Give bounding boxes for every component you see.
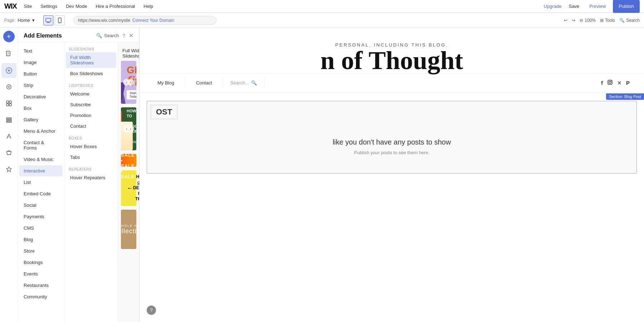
sidebar-item-design[interactable] — [1, 79, 16, 94]
sidebar-item-store[interactable] — [1, 145, 16, 160]
preview-button[interactable]: Preview — [586, 2, 609, 10]
category-item-image[interactable]: Image — [19, 57, 63, 68]
help-menu[interactable]: Help — [142, 4, 155, 9]
sidebar-item-blog[interactable] — [1, 129, 16, 144]
undo-button[interactable]: ↩ — [564, 18, 567, 23]
subcategory-promotion[interactable]: Promotion — [66, 110, 116, 121]
category-item-events[interactable]: Events — [19, 268, 63, 279]
help-icon[interactable]: ? — [122, 33, 125, 39]
blog-header-text: PERSONAL. INCLUDING THIS BLOG. — [140, 28, 644, 48]
page-selector[interactable]: Page: Home ▾ — [4, 18, 35, 23]
save-button[interactable]: Save — [566, 2, 582, 10]
pinterest-icon[interactable]: P — [626, 80, 630, 86]
main-heading: n of Thought — [140, 48, 644, 73]
canvas-search[interactable]: Search... 🔍 — [223, 77, 264, 88]
dev-mode-menu[interactable]: Dev Mode — [64, 4, 88, 9]
category-item-restaurants[interactable]: Restaurants — [19, 280, 63, 291]
subcategory-section-boxes: BOXES Hover Boxes Tabs — [64, 134, 118, 162]
add-element-button[interactable]: + — [3, 31, 15, 42]
subcategory-contact[interactable]: Contact — [66, 121, 116, 131]
category-item-button[interactable]: Button — [19, 68, 63, 79]
svg-point-14 — [8, 86, 10, 88]
subcategory-hover-boxes[interactable]: Hover Boxes — [66, 141, 116, 152]
category-item-community[interactable]: Community — [19, 291, 63, 302]
category-item-list[interactable]: List — [19, 177, 63, 188]
zoom-control[interactable]: ⊖ 100% — [580, 18, 596, 23]
sidebar-item-cms[interactable] — [1, 112, 16, 127]
svg-point-5 — [59, 22, 60, 23]
category-item-cms[interactable]: CMS — [19, 223, 63, 234]
category-item-contact-forms[interactable]: Contact & Forms — [19, 137, 63, 153]
tools-icon: ⊞ — [600, 18, 604, 23]
sidebar-item-apps[interactable] — [1, 96, 16, 111]
page-label: Page: — [4, 18, 15, 23]
category-item-store[interactable]: Store — [19, 245, 63, 257]
svg-point-29 — [611, 81, 612, 82]
sidebar-item-ai[interactable] — [1, 162, 16, 177]
category-item-interactive[interactable]: Interactive — [19, 165, 63, 176]
slide-next-button[interactable]: › — [127, 125, 134, 132]
slide-next-button[interactable]: › — [127, 79, 134, 86]
category-item-strip[interactable]: Strip — [19, 80, 63, 91]
category-item-embed-code[interactable]: Embed Code — [19, 188, 63, 199]
category-item-menu-anchor[interactable]: Menu & Anchor — [19, 126, 63, 137]
category-item-payments[interactable]: Payments — [19, 211, 63, 222]
chevron-down-icon: ▾ — [32, 18, 35, 23]
panel-header: Add Elements 🔍 Search ? ✕ — [18, 28, 139, 42]
category-item-text[interactable]: Text — [19, 45, 63, 57]
subcategory-welcome[interactable]: Welcome — [66, 89, 116, 99]
preview-card-sale[interactable]: SALE • SALE • SALE • SALE — [121, 154, 136, 167]
category-item-box[interactable]: Box — [19, 103, 63, 114]
no-posts-sub: Publish your posts to see them here. — [158, 150, 626, 155]
category-item-social[interactable]: Social — [19, 200, 63, 211]
svg-rect-21 — [6, 121, 11, 122]
category-item-decorative[interactable]: Decorative — [19, 91, 63, 102]
category-item-bookings[interactable]: Bookings — [19, 257, 63, 268]
canvas-nav: My Blog Contact Search... 🔍 f ✕ — [140, 73, 644, 92]
twitter-icon[interactable]: ✕ — [617, 80, 622, 86]
subcategory-section-lightboxes: LIGHTBOXES Welcome Subscribe Promotion C… — [64, 82, 118, 131]
subcategory-full-width[interactable]: Full Width Slideshows — [66, 52, 116, 68]
search-button[interactable]: 🔍 Search — [619, 18, 640, 23]
subcategory-tabs[interactable]: Tabs — [66, 152, 116, 162]
preview-card-get-fit[interactable]: ‹ GET fit Start Today — [121, 61, 136, 104]
close-icon[interactable]: ✕ — [129, 32, 133, 39]
category-item-video-music[interactable]: Video & Music — [19, 154, 63, 165]
upgrade-link[interactable]: Upgrade — [544, 4, 562, 9]
svg-rect-16 — [9, 101, 11, 103]
help-circle[interactable]: ? — [147, 306, 156, 315]
preview-card-collection[interactable]: A Whole New Collection — [121, 210, 136, 249]
sidebar-item-pages[interactable] — [1, 47, 16, 62]
sidebar-item-add-elements[interactable] — [1, 63, 16, 78]
category-item-gallery[interactable]: Gallery — [19, 114, 63, 125]
home-bar-slide: ‹ HOW TO STOCK YOUR Home Bar › — [121, 107, 136, 150]
hire-professional-menu[interactable]: Hire a Professional — [94, 4, 136, 9]
preview-card-home-bar[interactable]: ‹ HOW TO STOCK YOUR Home Bar › — [121, 107, 136, 150]
panel-body: Text Image Button Strip Decorative Box G… — [18, 42, 139, 322]
add-elements-panel: Add Elements 🔍 Search ? ✕ Text Image But… — [18, 28, 140, 322]
publish-button[interactable]: Publish — [613, 0, 640, 13]
redo-button[interactable]: ↪ — [572, 18, 575, 23]
blog-section: Section: Blog Post OST like you don't ha… — [140, 94, 644, 181]
instagram-icon[interactable] — [607, 79, 613, 86]
tools-button[interactable]: ⊞ Tools — [600, 18, 615, 23]
panel-header-icons: 🔍 Search ? ✕ — [96, 32, 133, 39]
site-menu[interactable]: Site — [23, 4, 33, 9]
subcategory-list: SLIDESHOWS Full Width Slideshows Box Sli… — [64, 42, 118, 322]
subcategory-box-slideshows[interactable]: Box Slideshows — [66, 68, 116, 79]
nav-contact[interactable]: Contact — [185, 77, 223, 88]
category-item-blog[interactable]: Blog — [19, 234, 63, 245]
facebook-icon[interactable]: f — [601, 80, 603, 86]
panel-search-button[interactable]: 🔍 Search — [96, 33, 119, 38]
settings-menu[interactable]: Settings — [39, 4, 59, 9]
desktop-view-button[interactable] — [43, 15, 53, 25]
subcategory-subscribe[interactable]: Subscribe — [66, 99, 116, 110]
nav-myblog[interactable]: My Blog — [147, 77, 185, 88]
connect-domain-link[interactable]: Connect Your Domain — [132, 18, 174, 23]
subcategory-hover-repeaters[interactable]: Hover Repeaters — [66, 172, 116, 183]
content-section-title: Full Width Slideshows — [122, 48, 139, 59]
mobile-view-button[interactable] — [55, 15, 65, 25]
top-bar-right: Upgrade Save Preview Publish — [544, 0, 640, 13]
slide-headline1: GET — [127, 65, 136, 75]
svg-rect-20 — [6, 119, 11, 121]
